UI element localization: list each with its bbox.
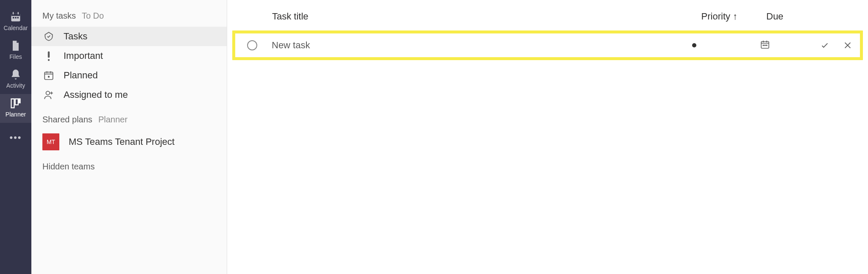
svg-rect-9: [19, 99, 20, 103]
calendar-icon: [760, 39, 770, 50]
nav-item-plan[interactable]: MT MS Teams Tenant Project: [31, 130, 227, 153]
svg-rect-10: [48, 51, 50, 58]
rail-label: Files: [9, 53, 22, 60]
rail-item-calendar[interactable]: Calendar: [0, 8, 31, 36]
svg-point-26: [766, 45, 767, 46]
nav-panel: My tasks To Do Tasks Important Planned: [31, 0, 227, 274]
cancel-button[interactable]: [843, 41, 852, 50]
svg-point-17: [46, 91, 50, 95]
new-task-input[interactable]: New task: [272, 40, 484, 51]
columns-header: Task title Priority ↑ Due: [232, 0, 863, 30]
section-title: Shared plans: [42, 115, 92, 125]
svg-rect-1: [11, 14, 20, 16]
svg-rect-7: [11, 99, 14, 108]
tasks-icon: [43, 31, 54, 42]
nav-label: Tasks: [64, 31, 87, 42]
section-shared-plans: Shared plans Planner: [31, 105, 227, 130]
svg-rect-5: [15, 17, 17, 19]
hidden-teams[interactable]: Hidden teams: [31, 153, 227, 180]
nav-label: Planned: [64, 70, 98, 81]
svg-rect-6: [17, 17, 19, 19]
bell-icon: [10, 69, 22, 80]
section-my-tasks: My tasks To Do: [31, 11, 227, 27]
section-title: My tasks: [42, 11, 76, 21]
svg-rect-8: [15, 99, 18, 105]
sort-asc-icon: ↑: [733, 11, 737, 22]
svg-point-25: [765, 45, 765, 46]
svg-point-11: [48, 59, 50, 61]
calendar-icon: [10, 11, 22, 23]
column-priority-label: Priority: [701, 11, 730, 22]
rail-label: Planner: [6, 111, 26, 118]
section-sub: Planner: [98, 115, 128, 125]
nav-item-assigned[interactable]: Assigned to me: [31, 85, 227, 105]
due-date-picker[interactable]: [760, 39, 770, 51]
planned-icon: [43, 70, 54, 81]
nav-label: MS Teams Tenant Project: [69, 136, 175, 147]
new-task-row[interactable]: New task: [235, 33, 860, 57]
rail-item-planner[interactable]: Planner: [0, 94, 31, 123]
assigned-icon: [43, 89, 54, 100]
important-icon: [43, 50, 54, 61]
section-sub: To Do: [82, 11, 104, 21]
plan-avatar: MT: [42, 133, 59, 150]
column-task-title[interactable]: Task title: [272, 11, 484, 22]
complete-circle-icon[interactable]: [247, 40, 257, 50]
file-icon: [10, 40, 22, 52]
svg-rect-4: [13, 17, 14, 19]
rail-more[interactable]: •••: [9, 128, 22, 147]
svg-point-24: [763, 45, 764, 46]
column-priority[interactable]: Priority ↑: [701, 11, 766, 22]
column-due[interactable]: Due: [766, 11, 863, 22]
row-actions: [820, 41, 852, 50]
rail-label: Activity: [6, 82, 25, 89]
main-content: Task title Priority ↑ Due New task: [227, 0, 868, 274]
nav-item-tasks[interactable]: Tasks: [31, 27, 227, 46]
mytasks-list: Tasks Important Planned Assigned to me: [31, 27, 227, 105]
priority-picker[interactable]: [692, 43, 696, 47]
nav-item-planned[interactable]: Planned: [31, 66, 227, 85]
svg-rect-2: [13, 12, 14, 14]
close-icon: [843, 41, 852, 50]
nav-label: Important: [64, 50, 103, 61]
svg-point-16: [48, 76, 50, 77]
confirm-button[interactable]: [820, 41, 829, 50]
app-rail: Calendar Files Activity Planner •••: [0, 0, 31, 274]
planner-icon: [10, 97, 22, 109]
svg-rect-3: [18, 12, 19, 14]
plans-list: MT MS Teams Tenant Project: [31, 130, 227, 153]
rail-label: Calendar: [4, 25, 28, 31]
rail-item-activity[interactable]: Activity: [0, 65, 31, 94]
nav-label: Assigned to me: [64, 89, 128, 100]
new-task-highlight: New task: [232, 30, 863, 60]
check-icon: [820, 41, 829, 50]
rail-item-files[interactable]: Files: [0, 36, 31, 65]
nav-item-important[interactable]: Important: [31, 46, 227, 66]
